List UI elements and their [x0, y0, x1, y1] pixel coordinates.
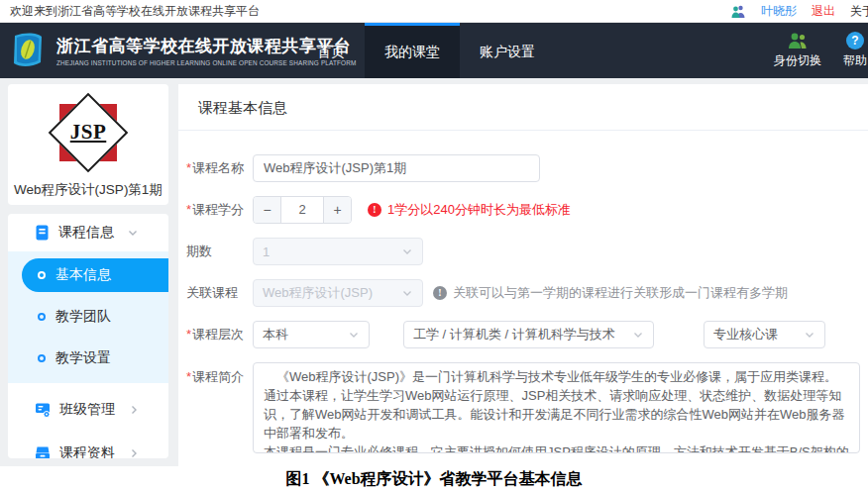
course-form: *课程名称 *课程学分 − 2 + ! 1学分以240分钟时长为最低标准: [178, 131, 868, 453]
related-course-row: 关联课程 Web程序设计(JSP) ! 关联可以与第一学期的课程进行关联形成一门…: [186, 279, 860, 307]
identity-switch-icon: [787, 32, 809, 49]
level-select-discipline[interactable]: 工学 / 计算机类 / 计算机科学与技术: [403, 321, 654, 348]
course-credit-row: *课程学分 − 2 + ! 1学分以240分钟时长为最低标准: [186, 196, 860, 224]
course-level-label: *课程层次: [186, 326, 253, 344]
course-name-label: *课程名称: [186, 159, 253, 177]
term-select-value: 1: [263, 245, 270, 259]
related-course-select: Web程序设计(JSP): [253, 279, 423, 307]
radio-ring-icon: [38, 313, 46, 321]
topbar: 欢迎来到浙江省高等学校在线开放课程共享平台 叶晓彤 退出 关于: [0, 0, 868, 23]
chevron-down-icon: [632, 329, 644, 341]
chevron-right-icon: [128, 404, 140, 416]
sidebar-item-label: 课程资料: [59, 444, 115, 458]
platform-logo-icon: [8, 31, 48, 70]
sidebar-item-label: 班级管理: [59, 401, 115, 419]
sidebar-course-title: Web程序设计(JSP)第1期: [8, 181, 168, 199]
sidebar-item-course-info[interactable]: 课程信息: [8, 214, 168, 251]
welcome-text: 欢迎来到浙江省高等学校在线开放课程共享平台: [10, 3, 260, 20]
nav-item-my-classroom[interactable]: 我的课堂: [365, 23, 460, 78]
course-card: JSP Web程序设计(JSP)第1期: [8, 84, 168, 205]
term-row: 期数 1: [186, 238, 860, 265]
course-basic-info-panel: 课程基本信息 *课程名称 *课程学分 − 2 + ! 1学分以240分钟时长为最: [178, 84, 868, 468]
username-link[interactable]: 叶晓彤: [761, 3, 797, 20]
related-course-hint: ! 关联可以与第一学期的课程进行关联形成一门课程有多学期: [433, 284, 788, 302]
required-asterisk: *: [186, 160, 191, 175]
sidebar-item-label: 教学团队: [55, 308, 111, 326]
course-intro-label: *课程简介: [186, 362, 253, 386]
sidebar-item-teaching-settings[interactable]: 教学设置: [8, 342, 168, 375]
required-asterisk: *: [186, 202, 191, 217]
sidebar-item-basic-info[interactable]: 基本信息: [22, 258, 168, 292]
nav-item-account-settings[interactable]: 账户设置: [460, 23, 555, 78]
help-button[interactable]: ? 帮助: [826, 23, 868, 78]
chevron-down-icon: [401, 246, 413, 257]
identity-switch-button[interactable]: 身份切换: [769, 23, 826, 78]
chevron-right-icon: [128, 447, 140, 458]
course-name-row: *课程名称: [186, 154, 860, 182]
figure-caption: 图1 《Web程序设计》省教学平台基本信息: [285, 470, 582, 487]
level-select-course-type[interactable]: 专业核心课: [704, 321, 825, 348]
radio-ring-icon: [38, 354, 46, 362]
course-logo: JSP: [42, 90, 136, 175]
chevron-down-icon: [127, 227, 139, 239]
required-asterisk: *: [186, 327, 191, 342]
credit-warning: ! 1学分以240分钟时长为最低标准: [368, 201, 571, 219]
exclamation-circle-icon: !: [433, 286, 447, 300]
sidebar-item-class-management[interactable]: 班级管理: [8, 391, 168, 429]
panel-title: 课程基本信息: [178, 84, 868, 131]
course-intro-row: *课程简介 《Web程序设计(JSP)》是一门计算机科学与技术专业低年级学生的专…: [186, 362, 860, 453]
app-screen: 欢迎来到浙江省高等学校在线开放课程共享平台 叶晓彤 退出 关于: [0, 0, 868, 491]
chevron-down-icon: [804, 329, 815, 341]
course-name-input[interactable]: [253, 154, 540, 182]
credit-warning-text: 1学分以240分钟时长为最低标准: [387, 201, 571, 219]
sidebar-item-label: 基本信息: [55, 266, 111, 284]
course-level-row: *课程层次 本科 工学 / 计算机类 / 计算机科学与技术: [186, 321, 860, 348]
navbar: 浙江省高等学校在线开放课程共享平台 ZHEJIANG INSTITUTIONS …: [0, 23, 868, 78]
level-degree-value: 本科: [263, 326, 288, 344]
term-select: 1: [253, 238, 423, 265]
credit-value[interactable]: 2: [281, 197, 323, 223]
sidebar-item-course-materials[interactable]: 课程资料: [8, 435, 168, 458]
sidebar-menu: 课程信息 基本信息 教学团队 教学设置: [8, 214, 168, 458]
jsp-logo-text: JSP: [70, 120, 107, 145]
sidebar-item-teaching-team[interactable]: 教学团队: [8, 300, 168, 334]
caption-bar: 图1 《Web程序设计》省教学平台基本信息: [0, 466, 868, 491]
term-label: 期数: [186, 243, 253, 260]
level-course-type-value: 专业核心课: [713, 326, 778, 344]
level-select-degree[interactable]: 本科: [253, 321, 370, 348]
question-circle-icon: ?: [846, 32, 864, 49]
increment-button[interactable]: +: [323, 197, 351, 223]
course-intro-textarea[interactable]: 《Web程序设计(JSP)》是一门计算机科学与技术专业低年级学生的专业必修课，属…: [253, 362, 860, 453]
course-info-submenu: 基本信息 教学团队 教学设置: [8, 251, 168, 383]
sidebar-item-label: 教学设置: [55, 349, 111, 367]
help-label: 帮助: [843, 52, 867, 69]
credit-stepper: − 2 +: [253, 196, 352, 224]
main-nav: 首页 我的课堂 账户设置: [297, 23, 555, 78]
related-course-label: 关联课程: [186, 284, 253, 302]
related-course-value: Web程序设计(JSP): [263, 284, 373, 302]
nav-item-home[interactable]: 首页: [297, 23, 365, 78]
document-icon: [35, 225, 50, 241]
logout-link[interactable]: 退出: [812, 3, 835, 20]
exclamation-circle-icon: !: [368, 203, 381, 217]
radio-ring-icon: [38, 271, 46, 279]
chevron-down-icon: [401, 287, 413, 299]
sidebar-item-label: 课程信息: [58, 224, 114, 242]
chevron-down-icon: [348, 329, 360, 341]
course-credit-label: *课程学分: [186, 201, 253, 219]
required-asterisk: *: [186, 369, 191, 384]
archive-box-icon: [35, 445, 51, 458]
user-people-icon: [731, 5, 746, 18]
board-badge-icon: [35, 402, 51, 418]
related-course-hint-text: 关联可以与第一学期的课程进行关联形成一门课程有多学期: [453, 284, 788, 302]
identity-switch-label: 身份切换: [774, 52, 821, 69]
decrement-button[interactable]: −: [254, 197, 281, 223]
level-discipline-value: 工学 / 计算机类 / 计算机科学与技术: [413, 326, 615, 344]
about-link[interactable]: 关于: [850, 3, 868, 20]
page-body: JSP Web程序设计(JSP)第1期 课程信息: [0, 78, 868, 491]
